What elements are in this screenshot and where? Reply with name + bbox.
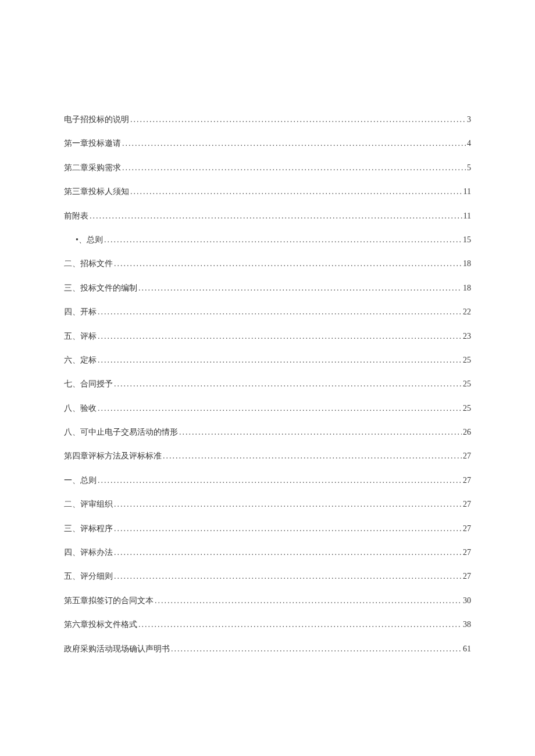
- toc-title: 一、总则: [64, 474, 97, 487]
- toc-leader-dots: [98, 474, 462, 487]
- toc-entry: 二、评审组织 27: [64, 498, 471, 511]
- toc-entry: 七、合同授予 25: [64, 378, 471, 390]
- toc-leader-dots: [98, 354, 462, 367]
- toc-title: 二、评审组织: [64, 498, 113, 511]
- toc-title: 五、评标: [64, 330, 97, 343]
- toc-page-number: 61: [463, 643, 471, 655]
- toc-entry: 二、招标文件 18: [64, 257, 471, 270]
- toc-title: •、总则: [76, 234, 103, 246]
- table-of-contents: 电子招投标的说明 3第一章投标邀请 4第二章采购需求 5第三章投标人须知 11前…: [64, 113, 471, 655]
- toc-page-number: 11: [463, 185, 471, 198]
- toc-page-number: 27: [463, 570, 471, 583]
- toc-leader-dots: [98, 306, 462, 318]
- toc-title: 第六章投标文件格式: [64, 618, 137, 631]
- toc-page-number: 23: [463, 330, 471, 343]
- toc-entry: 八、可中止电子交易活动的情形 26: [64, 426, 471, 439]
- toc-entry: 一、总则 27: [64, 474, 471, 487]
- toc-title: 八、验收: [64, 402, 97, 415]
- toc-page-number: 25: [463, 354, 471, 367]
- toc-page-number: 27: [463, 522, 471, 535]
- toc-leader-dots: [130, 185, 462, 198]
- toc-entry: 五、评标 23: [64, 330, 471, 343]
- toc-page-number: 18: [463, 282, 471, 295]
- toc-title: 四、开标: [64, 306, 97, 318]
- toc-leader-dots: [122, 137, 466, 150]
- toc-title: 第四章评标方法及评标标准: [64, 450, 162, 463]
- toc-entry: 第一章投标邀请 4: [64, 137, 471, 150]
- toc-page-number: 3: [467, 113, 471, 126]
- toc-page-number: 25: [463, 402, 471, 415]
- toc-entry: 五、评分细则 27: [64, 570, 471, 583]
- toc-leader-dots: [171, 643, 462, 655]
- toc-title: 第二章采购需求: [64, 162, 121, 174]
- toc-entry: 第六章投标文件格式 38: [64, 618, 471, 631]
- toc-entry: 四、评标办法 27: [64, 546, 471, 559]
- toc-page-number: 4: [467, 137, 471, 150]
- toc-entry: 八、验收 25: [64, 402, 471, 415]
- toc-entry: 第五章拟签订的合同文本 30: [64, 594, 471, 607]
- toc-title: 第三章投标人须知: [64, 185, 129, 198]
- toc-leader-dots: [114, 522, 462, 535]
- toc-entry: •、总则15: [64, 234, 471, 246]
- toc-page-number: 15: [463, 234, 471, 246]
- toc-leader-dots: [90, 210, 462, 223]
- toc-leader-dots: [98, 330, 462, 343]
- toc-entry: 电子招投标的说明 3: [64, 113, 471, 126]
- toc-page-number: 27: [463, 450, 471, 463]
- toc-leader-dots: [98, 402, 462, 415]
- toc-leader-dots: [122, 162, 466, 174]
- toc-leader-dots: [138, 282, 462, 295]
- toc-entry: 政府采购活动现场确认声明书 61: [64, 643, 471, 655]
- toc-title: 电子招投标的说明: [64, 113, 129, 126]
- toc-title: 第五章拟签订的合同文本: [64, 594, 154, 607]
- toc-title: 七、合同授予: [64, 378, 113, 390]
- toc-title: 三、评标程序: [64, 522, 113, 535]
- toc-page-number: 38: [463, 618, 471, 631]
- toc-page-number: 30: [463, 594, 471, 607]
- toc-page-number: 26: [463, 426, 471, 439]
- toc-entry: 第二章采购需求 5: [64, 162, 471, 174]
- toc-entry: 六、定标 25: [64, 354, 471, 367]
- toc-entry: 前附表 11: [64, 210, 471, 223]
- toc-leader-dots: [163, 450, 462, 463]
- toc-leader-dots: [130, 113, 466, 126]
- toc-leader-dots: [114, 498, 462, 511]
- toc-title: 六、定标: [64, 354, 97, 367]
- toc-entry: 四、开标 22: [64, 306, 471, 318]
- toc-title: 政府采购活动现场确认声明书: [64, 643, 170, 655]
- toc-page-number: 5: [467, 162, 471, 174]
- toc-title: 五、评分细则: [64, 570, 113, 583]
- toc-leader-dots: [114, 546, 462, 559]
- toc-entry: 第三章投标人须知 11: [64, 185, 471, 198]
- toc-leader-dots: [114, 257, 462, 270]
- toc-entry: 三、评标程序 27: [64, 522, 471, 535]
- toc-entry: 三、投标文件的编制 18: [64, 282, 471, 295]
- toc-title: 八、可中止电子交易活动的情形: [64, 426, 178, 439]
- toc-page-number: 22: [463, 306, 471, 318]
- toc-page-number: 27: [463, 546, 471, 559]
- toc-page-number: 25: [463, 378, 471, 390]
- toc-title: 前附表: [64, 210, 88, 223]
- toc-leader-dots: [155, 594, 462, 607]
- toc-title: 四、评标办法: [64, 546, 113, 559]
- toc-title: 三、投标文件的编制: [64, 282, 137, 295]
- toc-leader-dots: [104, 234, 462, 246]
- toc-leader-dots: [138, 618, 462, 631]
- toc-leader-dots: [179, 426, 462, 439]
- toc-page-number: 27: [463, 474, 471, 487]
- toc-page-number: 11: [463, 210, 471, 223]
- toc-page-number: 27: [463, 498, 471, 511]
- toc-page-number: 18: [463, 257, 471, 270]
- toc-leader-dots: [114, 378, 462, 390]
- toc-entry: 第四章评标方法及评标标准 27: [64, 450, 471, 463]
- toc-title: 二、招标文件: [64, 257, 113, 270]
- toc-title: 第一章投标邀请: [64, 137, 121, 150]
- toc-leader-dots: [114, 570, 462, 583]
